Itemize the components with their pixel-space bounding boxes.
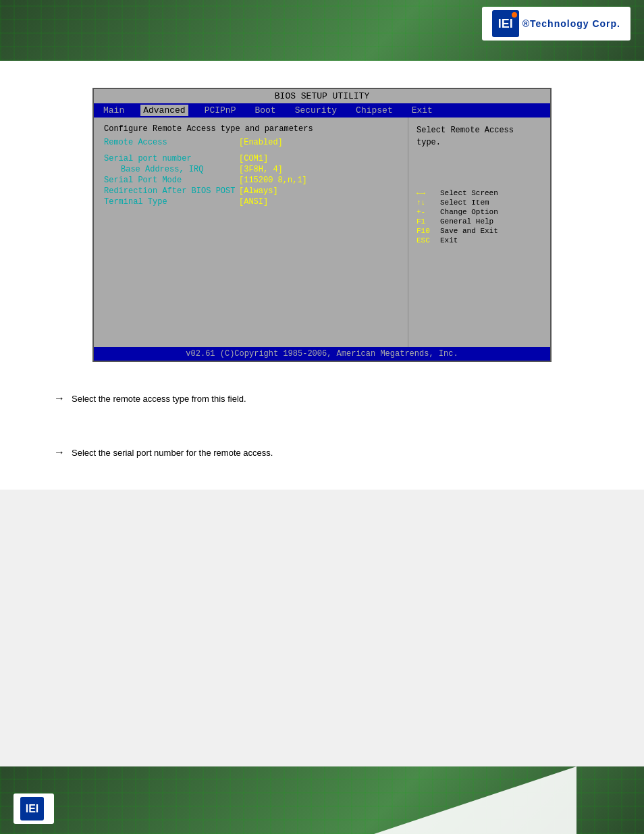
keybind-row-f10: F10 Save and Exit xyxy=(417,227,542,235)
label-redirection: Redirection After BIOS POST xyxy=(104,186,239,196)
top-header: IEI ®Technology Corp. xyxy=(0,0,644,61)
keybind-row-plusminus: +- Change Option xyxy=(417,208,542,216)
arrow-point-2: → Select the serial port number for the … xyxy=(41,446,603,460)
bios-footer: v02.61 (C)Copyright 1985-2006, American … xyxy=(94,347,550,361)
arrow-point-1: → Select the remote access type from thi… xyxy=(41,392,603,406)
desc-leftright: Select Screen xyxy=(440,189,498,197)
label-base-address: Base Address, IRQ xyxy=(104,165,239,174)
bios-config-header: Configure Remote Access type and paramet… xyxy=(104,124,398,134)
logo-letters: IEI xyxy=(498,17,513,31)
spacer-between-arrows xyxy=(41,416,603,436)
bios-left-panel: Configure Remote Access type and paramet… xyxy=(94,118,408,347)
value-serial-port: [COM1] xyxy=(239,154,268,163)
label-terminal: Terminal Type xyxy=(104,197,239,207)
arrow-icon-2: → xyxy=(54,446,65,459)
logo-icon: IEI xyxy=(492,10,519,37)
key-f1: F1 xyxy=(417,217,440,226)
label-serial-mode: Serial Port Mode xyxy=(104,176,239,185)
bottom-logo-icon: IEI xyxy=(20,797,44,820)
menu-item-advanced[interactable]: Advanced xyxy=(140,105,188,116)
menu-item-boot[interactable]: Boot xyxy=(252,105,278,116)
white-curve-decoration xyxy=(374,766,576,834)
bios-row-base-address[interactable]: Base Address, IRQ [3F8H, 4] xyxy=(104,165,398,174)
bios-row-serial-mode[interactable]: Serial Port Mode [115200 8,n,1] xyxy=(104,176,398,185)
desc-f10: Save and Exit xyxy=(440,227,498,235)
bios-title: BIOS SETUP UTILITY xyxy=(275,91,369,101)
desc-esc: Exit xyxy=(440,236,458,244)
arrow-text-2: Select the serial port number for the re… xyxy=(72,446,273,460)
desc-f1: General Help xyxy=(440,217,493,226)
bottom-footer: IEI xyxy=(0,766,644,834)
bottom-logo-area: IEI xyxy=(14,793,54,824)
key-updown: ↑↓ xyxy=(417,199,440,207)
bios-container: BIOS SETUP UTILITY Main Advanced PCIPnP … xyxy=(92,88,552,362)
arrow-text-1: Select the remote access type from this … xyxy=(72,392,246,406)
key-leftright: ←→ xyxy=(417,189,440,197)
keybind-row-f1: F1 General Help xyxy=(417,217,542,226)
desc-plusminus: Change Option xyxy=(440,208,498,216)
bios-keybindings: ←→ Select Screen ↑↓ Select Item +- Chang… xyxy=(417,189,542,244)
keybind-row-leftright: ←→ Select Screen xyxy=(417,189,542,197)
bios-menu-bar: Main Advanced PCIPnP Boot Security Chips… xyxy=(94,103,550,118)
body-text-area: → Select the remote access type from thi… xyxy=(20,375,624,476)
menu-item-pcipmup[interactable]: PCIPnP xyxy=(202,105,239,116)
bios-row-redirection[interactable]: Redirection After BIOS POST [Always] xyxy=(104,186,398,196)
value-serial-mode: [115200 8,n,1] xyxy=(239,176,307,185)
bios-row-terminal[interactable]: Terminal Type [ANSI] xyxy=(104,197,398,207)
logo-area: IEI ®Technology Corp. xyxy=(482,7,630,41)
bios-right-panel: Select Remote Access type. ←→ Select Scr… xyxy=(408,118,550,347)
desc-updown: Select Item xyxy=(440,199,489,207)
label-remote-access: Remote Access xyxy=(104,138,239,147)
bios-help-text: Select Remote Access type. xyxy=(417,124,542,149)
menu-item-exit[interactable]: Exit xyxy=(409,105,435,116)
value-terminal: [ANSI] xyxy=(239,197,268,207)
bios-body: Configure Remote Access type and paramet… xyxy=(94,118,550,347)
bios-spacer-1 xyxy=(104,149,398,154)
keybind-row-esc: ESC Exit xyxy=(417,236,542,244)
label-serial-port: Serial port number xyxy=(104,154,239,163)
menu-item-main[interactable]: Main xyxy=(101,105,127,116)
main-content: BIOS SETUP UTILITY Main Advanced PCIPnP … xyxy=(0,61,644,490)
key-f10: F10 xyxy=(417,227,440,235)
value-remote-access: [Enabled] xyxy=(239,138,283,147)
key-plusminus: +- xyxy=(417,208,440,216)
bios-row-serial-port[interactable]: Serial port number [COM1] xyxy=(104,154,398,163)
bios-title-bar: BIOS SETUP UTILITY xyxy=(94,89,550,103)
keybind-row-updown: ↑↓ Select Item xyxy=(417,199,542,207)
logo-dot xyxy=(512,12,517,18)
value-redirection: [Always] xyxy=(239,186,278,196)
logo-tagline: ®Technology Corp. xyxy=(522,18,620,29)
key-esc: ESC xyxy=(417,236,440,244)
value-base-address: [3F8H, 4] xyxy=(239,165,283,174)
bios-row-remote-access[interactable]: Remote Access [Enabled] xyxy=(104,138,398,147)
menu-item-security[interactable]: Security xyxy=(292,105,340,116)
menu-item-chipset[interactable]: Chipset xyxy=(353,105,396,116)
arrow-icon-1: → xyxy=(54,392,65,405)
